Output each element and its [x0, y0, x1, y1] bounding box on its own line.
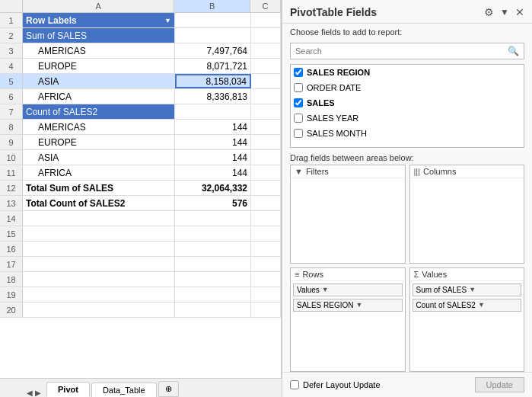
value-tag-count-sales2-dropdown[interactable]: ▼: [478, 301, 485, 309]
pivot-panel-header: PivotTable Fields ⚙ ▼ ✕: [282, 0, 532, 24]
cell-a2: Sum of SALES: [23, 28, 175, 43]
dropdown-arrow-icon[interactable]: ▼: [164, 17, 171, 24]
table-row: 14: [0, 211, 281, 226]
columns-label: Columns: [423, 167, 456, 176]
row-number: 13: [0, 196, 23, 210]
cell-b10: 144: [175, 150, 251, 165]
field-checkbox-sales-year[interactable]: [294, 114, 303, 123]
field-checkbox-order-date[interactable]: [294, 83, 303, 92]
filters-body: [291, 178, 405, 263]
row-tag-sales-region-dropdown[interactable]: ▼: [355, 301, 362, 309]
value-tag-sum-sales[interactable]: Sum of SALES ▼: [413, 283, 522, 296]
row-number: 15: [0, 226, 23, 241]
row-number: 3: [0, 43, 23, 58]
cell-a15: [23, 226, 175, 241]
tab-add-button[interactable]: ⊕: [158, 381, 179, 397]
field-item-order-date[interactable]: ORDER DATE: [291, 80, 524, 95]
cell-a12: Total Sum of SALES: [23, 181, 175, 195]
tab-bar: ◀ ▶ Pivot Data_Table ⊕: [0, 378, 282, 397]
col-header-c: C: [250, 0, 281, 12]
cell-a4: EUROPE: [23, 59, 175, 73]
cell-c1: [251, 13, 281, 27]
row-number: 20: [0, 303, 23, 317]
search-icon: 🔍: [508, 46, 519, 56]
cell-c10: [251, 150, 281, 165]
value-tag-sum-sales-label: Sum of SALES: [416, 286, 467, 294]
field-label-order-date: ORDER DATE: [307, 83, 361, 92]
cell-c14: [251, 211, 281, 226]
row-tag-values[interactable]: Values ▼: [293, 283, 403, 296]
row-number: 7: [0, 104, 23, 119]
cell-c13: [251, 196, 281, 210]
cell-b11: 144: [175, 165, 251, 180]
pivot-panel: PivotTable Fields ⚙ ▼ ✕ Choose fields to…: [282, 0, 532, 397]
field-label-sales-region: SALES REGION: [307, 68, 370, 77]
field-label-sales-month: SALES MONTH: [307, 129, 367, 138]
field-checkbox-sales-region[interactable]: [294, 68, 303, 77]
sheet-scroll-arrows: ◀ ▶: [23, 389, 45, 397]
value-tag-count-sales2[interactable]: Count of SALES2 ▼: [413, 299, 522, 312]
close-icon[interactable]: ✕: [515, 6, 524, 18]
drag-area-values: Σ Values Sum of SALES ▼ Count of SALES2 …: [409, 267, 525, 373]
cell-a11: AFRICA: [23, 165, 175, 180]
cell-b9: 144: [175, 135, 251, 149]
cell-b17: [175, 257, 251, 271]
row-tag-sales-region-label: SALES REGION: [297, 301, 353, 309]
row-tag-values-dropdown[interactable]: ▼: [322, 286, 329, 293]
cell-b18: [175, 272, 251, 287]
cell-a10: ASIA: [23, 150, 175, 165]
cell-a13: Total Count of SALES2: [23, 196, 175, 210]
cell-c11: [251, 165, 281, 180]
drag-area-columns: ||| Columns: [409, 165, 525, 264]
rows-icon: ≡: [295, 270, 299, 279]
table-row: 5 ASIA 8,158,034: [0, 74, 281, 89]
cell-c20: [251, 303, 281, 317]
cell-c4: [251, 59, 281, 73]
update-button[interactable]: Update: [475, 377, 524, 392]
defer-layout-checkbox[interactable]: [290, 380, 299, 389]
drag-area-filters-header: ▼ Filters: [291, 165, 405, 178]
gear-icon[interactable]: ⚙: [484, 6, 494, 18]
row-number: 6: [0, 89, 23, 104]
cell-b4: 8,071,721: [175, 59, 251, 73]
row-number: 5: [0, 74, 23, 88]
row-number: 16: [0, 242, 23, 256]
field-checkbox-sales[interactable]: [294, 98, 303, 107]
table-row: 13 Total Count of SALES2 576: [0, 196, 281, 211]
field-item-sales[interactable]: SALES: [291, 95, 524, 110]
table-row: 7 Count of SALES2: [0, 104, 281, 120]
row-number: 1: [0, 13, 23, 27]
value-tag-sum-sales-dropdown[interactable]: ▼: [469, 286, 476, 293]
chevron-down-icon[interactable]: ▼: [500, 7, 509, 18]
spreadsheet-body: 1 Row Labels ▼ 2 Sum of SALES 3 AMERICAS…: [0, 13, 281, 378]
cell-b20: [175, 303, 251, 317]
tab-data-table[interactable]: Data_Table: [91, 383, 157, 397]
cell-c19: [251, 287, 281, 302]
scroll-right-icon[interactable]: ▶: [35, 389, 41, 397]
pivot-header-icons: ⚙ ▼ ✕: [484, 6, 524, 18]
cell-a20: [23, 303, 175, 317]
row-number: 9: [0, 135, 23, 149]
cell-a19: [23, 287, 175, 302]
cell-b5[interactable]: 8,158,034: [175, 74, 251, 88]
values-label: Values: [422, 270, 447, 279]
spreadsheet-wrapper: A B C 1 Row Labels ▼ 2 Sum of SALES: [0, 0, 282, 397]
cell-c16: [251, 242, 281, 256]
tab-pivot[interactable]: Pivot: [46, 382, 90, 397]
drag-area-rows-header: ≡ Rows: [291, 268, 405, 281]
columns-body: [410, 178, 524, 263]
field-label-sales: SALES: [307, 98, 335, 107]
cell-c6: [251, 89, 281, 104]
row-number: 2: [0, 28, 23, 43]
row-tag-sales-region[interactable]: SALES REGION ▼: [293, 299, 403, 312]
scroll-left-icon[interactable]: ◀: [27, 389, 33, 397]
search-input[interactable]: [295, 46, 508, 56]
field-checkbox-sales-month[interactable]: [294, 129, 303, 138]
field-item-sales-year[interactable]: SALES YEAR: [291, 110, 524, 126]
field-item-sales-region[interactable]: SALES REGION: [291, 65, 524, 80]
cell-a3: AMERICAS: [23, 43, 175, 58]
field-item-sales-month[interactable]: SALES MONTH: [291, 126, 524, 141]
cell-a5: ASIA: [23, 74, 175, 88]
cell-c5: [251, 74, 281, 88]
col-header-rownum: [0, 0, 23, 12]
